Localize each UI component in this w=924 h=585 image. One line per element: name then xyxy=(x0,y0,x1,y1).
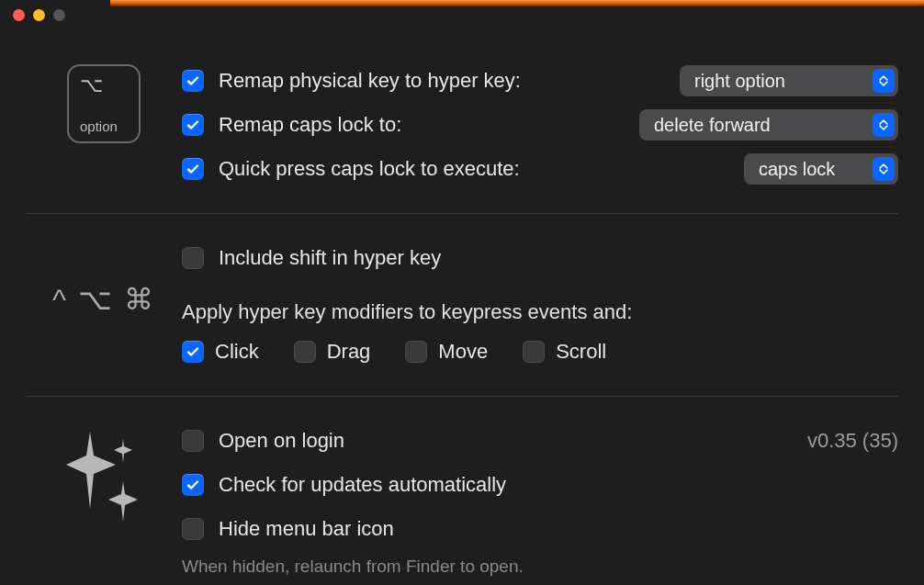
label-scroll: Scroll xyxy=(556,340,606,364)
hyper-key-body: Remap physical key to hyper key: right o… xyxy=(182,59,898,191)
row-check-updates: Check for updates automatically xyxy=(182,463,898,507)
window-close-button[interactable] xyxy=(13,9,25,21)
checkbox-open-on-login[interactable] xyxy=(182,430,204,452)
modifiers-body: Include shift in hyper key Apply hyper k… xyxy=(182,236,898,374)
checkbox-click[interactable] xyxy=(182,341,204,363)
row-remap-caps: Remap caps lock to: delete forward xyxy=(182,103,898,147)
checkbox-scroll[interactable] xyxy=(523,341,545,363)
label-remap-caps: Remap caps lock to: xyxy=(219,113,401,137)
select-remap-physical-value: right option xyxy=(694,71,785,92)
select-remap-caps-value: delete forward xyxy=(654,115,771,136)
label-include-shift: Include shift in hyper key xyxy=(219,246,441,270)
stepper-icon xyxy=(873,157,895,181)
section-icon-modifiers: ^ ⌥ ⌘ xyxy=(26,236,182,317)
checkbox-check-updates[interactable] xyxy=(182,474,204,496)
checkbox-hide-menu-bar[interactable] xyxy=(182,518,204,540)
label-quick-press: Quick press caps lock to execute: xyxy=(219,157,520,181)
row-remap-physical: Remap physical key to hyper key: right o… xyxy=(182,59,898,103)
label-open-on-login: Open on login xyxy=(219,429,344,453)
checkbox-drag[interactable] xyxy=(294,341,316,363)
window-minimize-button[interactable] xyxy=(33,9,45,21)
version-label: v0.35 (35) xyxy=(807,429,898,453)
label-click: Click xyxy=(215,340,259,364)
label-drag: Drag xyxy=(327,340,371,364)
checkbox-move[interactable] xyxy=(405,341,427,363)
sparkle-icon xyxy=(62,424,145,529)
window-zoom-button[interactable] xyxy=(53,9,65,21)
select-quick-press-value: caps lock xyxy=(759,159,835,180)
heading-apply-modifiers: Apply hyper key modifiers to keypress ev… xyxy=(182,300,898,324)
stepper-icon xyxy=(873,113,895,137)
hint-hide-menu-bar: When hidden, relaunch from Finder to ope… xyxy=(182,557,898,577)
titlebar xyxy=(0,0,924,29)
select-remap-physical[interactable]: right option xyxy=(680,65,898,96)
checkbox-remap-physical[interactable] xyxy=(182,70,204,92)
checkbox-quick-press[interactable] xyxy=(182,158,204,180)
checkbox-include-shift[interactable] xyxy=(182,247,204,269)
label-check-updates: Check for updates automatically xyxy=(219,473,506,497)
row-apply-events: Click Drag Move Scroll xyxy=(182,330,898,374)
row-hide-menu-bar: Hide menu bar icon xyxy=(182,507,898,551)
section-icon-keycap: ⌥ option xyxy=(26,59,182,143)
section-app: Open on login v0.35 (35) Check for updat… xyxy=(26,396,898,585)
modifier-glyphs-icon: ^ ⌥ ⌘ xyxy=(52,282,155,317)
keycap-icon: ⌥ option xyxy=(67,64,141,143)
select-remap-caps[interactable]: delete forward xyxy=(639,109,898,141)
label-hide-menu-bar: Hide menu bar icon xyxy=(219,517,394,541)
content-area: ⌥ option Remap physical key to hyper key… xyxy=(0,29,924,585)
select-quick-press[interactable]: caps lock xyxy=(744,153,898,185)
keycap-label: option xyxy=(80,118,128,134)
section-modifiers: ^ ⌥ ⌘ Include shift in hyper key Apply h… xyxy=(26,213,898,396)
row-include-shift: Include shift in hyper key xyxy=(182,236,898,280)
row-open-on-login: Open on login v0.35 (35) xyxy=(182,419,898,463)
keycap-glyph: ⌥ xyxy=(80,75,128,96)
section-hyper-key: ⌥ option Remap physical key to hyper key… xyxy=(26,51,898,213)
label-move: Move xyxy=(438,340,488,364)
stepper-icon xyxy=(873,69,895,93)
row-quick-press: Quick press caps lock to execute: caps l… xyxy=(182,147,898,191)
section-icon-sparkle xyxy=(26,419,182,529)
checkbox-remap-caps[interactable] xyxy=(182,114,204,136)
titlebar-gradient xyxy=(110,0,924,7)
label-remap-physical: Remap physical key to hyper key: xyxy=(219,69,521,93)
app-body: Open on login v0.35 (35) Check for updat… xyxy=(182,419,898,577)
